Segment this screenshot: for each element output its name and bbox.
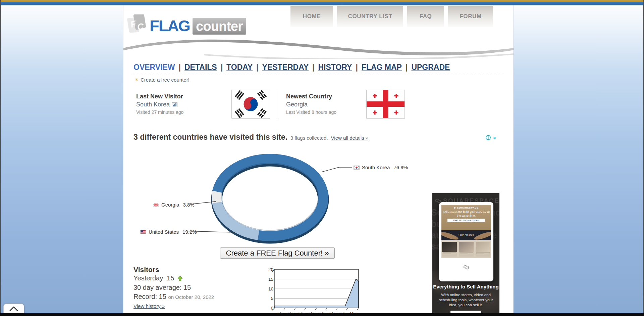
header-swoosh-divider [123,35,514,59]
visitors-record-line: Record: 15 on October 20, 2022 [133,293,214,301]
subnav-tab-upgrade[interactable]: UPGRADE [411,63,450,72]
subnav-separator: | [406,63,408,72]
donut-label-pct: 19.2% [182,229,197,235]
donut-label-name: South Korea [362,165,390,170]
donut-label-south-korea: South Korea 76.9% [354,165,408,170]
y-tick-0: 0 [271,306,273,311]
tablet-brand: ⊛ SQUARESPACE [441,205,491,209]
south-korea-mini-flag-icon [354,166,360,170]
view-history-link[interactable]: View history » [133,303,165,309]
donut-label-name: Georgia [161,202,179,208]
nav-button-faq[interactable]: FAQ [407,6,444,27]
georgia-mini-flag-icon [153,203,159,207]
logo-word-counter[interactable]: counter [193,18,246,35]
create-free-counter-link[interactable]: Create a free counter! [141,77,190,83]
squarespace-ad[interactable]: SQUARESPACE Sell content and build your … [432,193,499,316]
tablet-cta-button: START SELLING YOUR CONTENT [447,219,485,222]
y-tick-5: 5 [271,296,273,301]
visitors-average-line: 30 day average: 15 [133,284,191,291]
south-korea-flag-image [231,90,270,119]
donut-label-united-states: United States 19.2% [140,229,197,235]
y-tick-20: 20 [268,268,273,272]
newest-country-title: Newest Country [286,93,332,100]
tablet-banner-title: Our classes [441,233,491,237]
overview-subnav: OVERVIEW | DETAILS | TODAY | YESTERDAY |… [133,63,450,72]
newest-country-link[interactable]: Georgia [286,101,308,108]
flag-counter-logo-icon[interactable]: F C [126,14,148,35]
subnav-tab-details[interactable]: DETAILS [184,63,217,72]
donut-label-georgia: Georgia 3.8% [153,202,195,208]
nav-button-country-list[interactable]: COUNTRY LIST [337,6,403,27]
subnav-tab-history[interactable]: HISTORY [318,63,352,72]
donut-label-pct: 76.9% [393,165,408,170]
subnav-separator: | [256,63,258,72]
visitors-yesterday-value: 15 [167,274,174,282]
tablet-photo-row [441,240,491,258]
create-flag-counter-button[interactable]: Create a FREE Flag Counter! » [220,247,335,259]
flags-collected-text: 3 flags collected. [290,135,328,141]
visitors-record-value: 15 [159,293,166,300]
page-content: F C FLAG counter HOME COUNTRY LIST FAQ F… [123,5,514,316]
united-states-mini-flag-icon [140,230,146,234]
last-new-visitor-meta: Visited 27 minutes ago [136,109,183,115]
squarespace-logo-icon [463,264,469,270]
window-chrome-top-blue [0,2,644,5]
window-chrome-bottom [0,313,644,316]
star-icon: ✳ [135,77,139,82]
tablet-headline: Sell content and build your audience at … [441,210,491,217]
visitors-title: Visitors [133,266,159,274]
georgia-flag-image [366,90,405,119]
ad-tablet-mockup: ⊛ SQUARESPACE Sell content and build you… [439,202,493,281]
y-tick-10: 10 [268,286,273,291]
view-all-details-link[interactable]: View all details » [331,135,368,141]
nav-button-forum[interactable]: FORUM [448,6,493,27]
visitors-average-value: 15 [183,284,191,291]
newest-country-meta: Last Visited 8 hours ago [286,109,336,115]
subnav-tab-overview[interactable]: OVERVIEW [133,63,175,72]
donut-label-name: United States [149,229,179,235]
subnav-separator: | [312,63,314,72]
subnav-separator: | [356,63,358,72]
green-up-arrow-icon [177,275,183,283]
logo-word-flag[interactable]: FLAG [150,16,190,35]
ad-heading: Everything to Sell Anything [432,284,499,289]
ad-close-icon[interactable]: × [493,135,496,140]
subnav-separator: | [221,63,223,72]
last-new-visitor-title: Last New Visitor [136,93,183,100]
last-new-visitor-country-link[interactable]: South Korea [136,101,170,108]
subnav-tab-flag-map[interactable]: FLAG MAP [362,63,402,72]
subnav-tab-today[interactable]: TODAY [226,63,253,72]
bar-chart-icon[interactable] [172,102,177,108]
adchoices-info-icon[interactable] [486,135,491,141]
tablet-banner: Our classes [441,230,491,240]
panel-divider [279,90,279,119]
svg-text:C: C [137,21,144,32]
countries-headline: 3 different countries have visited this … [133,133,287,142]
visitors-yesterday-line: Yesterday: 15 [133,274,183,283]
donut-label-pct: 3.8% [183,202,194,208]
nav-button-home[interactable]: HOME [290,6,333,27]
subnav-divider [133,75,504,75]
subnav-tab-yesterday[interactable]: YESTERDAY [262,63,309,72]
visitors-history-mini-chart: 20 15 10 5 0 n/a n/a n/a n/a n/a n/a n/a… [262,268,363,316]
ad-body-text: With online stores, video and scheduling… [437,292,495,308]
y-tick-15: 15 [268,277,273,282]
chevron-up-icon [9,306,19,311]
subnav-separator: | [179,63,181,72]
country-share-donut-chart [127,148,409,252]
window-chrome-left [0,0,1,316]
visitors-record-date: on October 20, 2022 [168,294,214,300]
